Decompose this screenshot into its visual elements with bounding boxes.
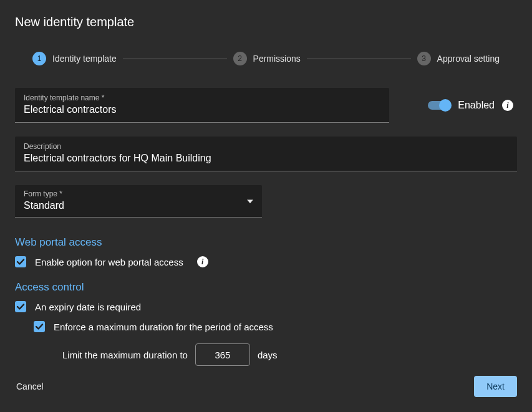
modal-title: New identity template — [15, 15, 517, 29]
web-portal-heading: Web portal access — [15, 236, 517, 249]
name-input[interactable] — [24, 103, 380, 116]
row-form-type: Form type * Standard — [15, 185, 517, 218]
form-type-value: Standard — [24, 199, 253, 212]
step-badge: 2 — [233, 52, 247, 65]
info-icon[interactable]: i — [197, 256, 208, 267]
expiry-required-row: An expiry date is required — [15, 301, 517, 312]
step-permissions[interactable]: 2 Permissions — [233, 52, 301, 65]
description-field[interactable]: Description — [15, 137, 517, 171]
form-type-select[interactable]: Form type * Standard — [15, 185, 262, 218]
enabled-label: Enabled — [458, 100, 495, 111]
max-duration-input[interactable] — [195, 343, 250, 366]
web-portal-enable-label: Enable option for web portal access — [35, 257, 183, 267]
expiry-required-checkbox[interactable] — [15, 301, 26, 312]
modal: New identity template 1 Identity templat… — [0, 0, 532, 412]
step-label: Approval setting — [437, 54, 500, 64]
switch-thumb — [439, 99, 452, 112]
enforce-duration-label: Enforce a maximum duration for the perio… — [54, 322, 273, 332]
check-icon — [16, 257, 25, 266]
web-portal-enable-row: Enable option for web portal access i — [15, 256, 517, 267]
name-field[interactable]: Identity template name * — [15, 88, 389, 123]
step-label: Identity template — [52, 54, 117, 64]
next-button[interactable]: Next — [474, 376, 517, 397]
limit-suffix: days — [258, 350, 278, 360]
step-connector — [307, 59, 411, 59]
step-label: Permissions — [253, 54, 301, 64]
row-description: Description — [15, 137, 517, 171]
enforce-duration-checkbox[interactable] — [34, 321, 45, 332]
cancel-button[interactable]: Cancel — [15, 378, 45, 395]
step-approval-setting[interactable]: 3 Approval setting — [417, 52, 500, 65]
stepper: 1 Identity template 2 Permissions 3 Appr… — [15, 52, 517, 65]
footer: Cancel Next — [15, 376, 517, 397]
enabled-switch[interactable] — [428, 101, 450, 110]
info-icon[interactable]: i — [502, 100, 513, 111]
web-portal-checkbox[interactable] — [15, 256, 26, 267]
check-icon — [16, 302, 25, 311]
field-label: Description — [24, 142, 508, 151]
step-badge: 1 — [32, 52, 46, 65]
step-identity-template[interactable]: 1 Identity template — [32, 52, 117, 65]
step-connector — [123, 59, 227, 59]
field-label: Form type * — [24, 189, 253, 198]
check-icon — [35, 322, 44, 331]
description-input[interactable] — [24, 152, 508, 165]
enabled-toggle-block: Enabled i — [428, 100, 517, 111]
field-label: Identity template name * — [24, 93, 380, 102]
access-control-heading: Access control — [15, 281, 517, 294]
limit-prefix: Limit the maximum duration to — [62, 350, 188, 360]
enforce-duration-row: Enforce a maximum duration for the perio… — [34, 321, 517, 332]
row-name: Identity template name * Enabled i — [15, 88, 517, 123]
max-duration-row: Limit the maximum duration to days — [62, 343, 517, 366]
expiry-required-label: An expiry date is required — [35, 302, 141, 312]
step-badge: 3 — [417, 52, 431, 65]
